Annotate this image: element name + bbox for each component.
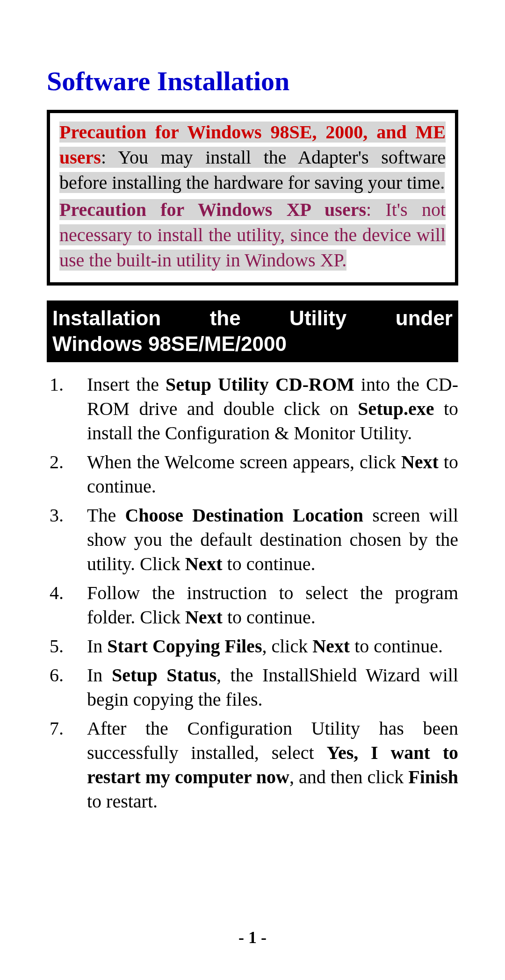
step-text: to continue. bbox=[350, 636, 443, 657]
step-text: , and then click bbox=[289, 766, 408, 787]
section-header: Installation the Utility under Windows 9… bbox=[47, 300, 458, 362]
step-bold: Setup Status bbox=[112, 665, 216, 686]
steps-list: Insert the Setup Utility CD-ROM into the… bbox=[47, 372, 458, 814]
step-text: to restart. bbox=[87, 791, 158, 812]
step-item: In Start Copying Files, click Next to co… bbox=[47, 634, 458, 658]
page-number: - 1 - bbox=[0, 928, 505, 947]
step-text: to continue. bbox=[223, 553, 316, 574]
step-bold: Setup.exe bbox=[358, 398, 434, 419]
step-bold: Next bbox=[401, 451, 439, 472]
step-item: After the Configuration Utility has been… bbox=[47, 716, 458, 814]
page-title: Software Installation bbox=[47, 65, 458, 97]
step-bold: Next bbox=[185, 553, 223, 574]
step-text: Insert the bbox=[87, 374, 166, 395]
section-header-line2: Windows 98SE/ME/2000 bbox=[52, 331, 453, 357]
step-text: In bbox=[87, 665, 112, 686]
step-bold: Start Copying Files bbox=[107, 636, 262, 657]
step-item: The Choose Destination Location screen w… bbox=[47, 503, 458, 576]
step-item: When the Welcome screen appears, click N… bbox=[47, 450, 458, 499]
step-item: In Setup Status, the InstallShield Wizar… bbox=[47, 663, 458, 712]
step-text: When the Welcome screen appears, click bbox=[87, 451, 401, 472]
step-text: In bbox=[87, 636, 107, 657]
step-text: , click bbox=[262, 636, 312, 657]
precaution-box: Precaution for Windows 98SE, 2000, and M… bbox=[47, 110, 458, 286]
step-text: The bbox=[87, 505, 125, 526]
step-bold: Finish bbox=[408, 766, 458, 787]
section-header-line1: Installation the Utility under bbox=[52, 307, 453, 329]
step-item: Insert the Setup Utility CD-ROM into the… bbox=[47, 372, 458, 445]
precaution-98se: Precaution for Windows 98SE, 2000, and M… bbox=[59, 120, 446, 195]
step-text: to continue. bbox=[223, 607, 316, 628]
step-bold: Next bbox=[185, 607, 223, 628]
step-bold: Next bbox=[312, 636, 350, 657]
step-item: Follow the instruction to select the pro… bbox=[47, 581, 458, 629]
precaution-xp: Precaution for Windows XP users: It's no… bbox=[59, 197, 446, 273]
precaution-98se-text: : You may install the Adapter's software… bbox=[59, 147, 446, 193]
step-bold: Choose Destination Location bbox=[125, 505, 363, 526]
precaution-xp-label: Precaution for Windows XP users bbox=[59, 199, 366, 220]
step-bold: Setup Utility CD-ROM bbox=[166, 374, 354, 395]
